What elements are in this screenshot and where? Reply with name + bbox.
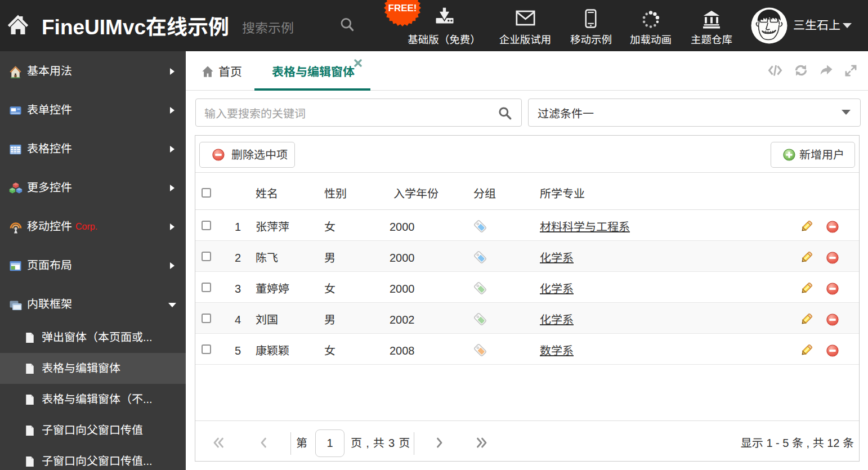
- svg-text:FREE!: FREE!: [388, 3, 417, 14]
